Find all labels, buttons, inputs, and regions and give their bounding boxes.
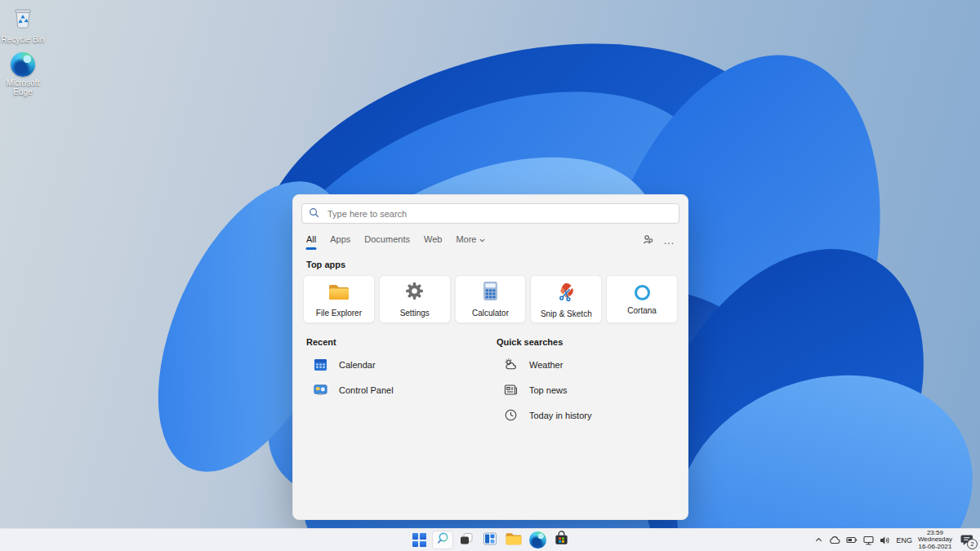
desktop-icon-label: Microsoft Edge [0,78,46,96]
tab-documents[interactable]: Documents [364,234,410,250]
top-apps-tiles: File Explorer Settings [303,275,678,323]
tile-label: Snip & Sketch [541,309,592,318]
task-view-button[interactable] [456,531,477,549]
desktop-icon-recycle-bin[interactable]: Recycle Bin [0,6,46,44]
search-panel: All Apps Documents Web More [292,194,688,520]
recent-item-label: Control Panel [339,385,394,395]
calendar-icon [314,358,327,371]
taskbar-file-explorer-button[interactable] [503,531,524,549]
cortana-icon [635,285,650,300]
taskbar-search-button[interactable] [432,531,453,549]
search-icon [309,207,319,221]
quick-search-label: Top news [529,385,567,395]
file-explorer-icon [505,531,523,549]
tile-file-explorer[interactable]: File Explorer [303,275,375,323]
tile-cortana[interactable]: Cortana [606,275,678,323]
tile-label: Cortana [627,306,657,315]
search-filter-tabs: All Apps Documents Web More [306,234,675,250]
tab-web[interactable]: Web [424,234,442,250]
more-options-icon[interactable]: ... [664,238,675,243]
top-apps-heading: Top apps [306,260,675,269]
notification-badge: 2 [967,539,978,549]
quick-search-weather[interactable]: Weather [497,358,675,371]
taskbar: ENG 23:59 Wednesday 16-06-2021 2 [0,528,980,551]
tab-all[interactable]: All [306,234,316,250]
recycle-bin-icon [11,6,35,33]
clock[interactable]: 23:59 Wednesday 16-06-2021 [918,530,952,551]
network-icon[interactable] [863,535,874,545]
tile-snip-sketch[interactable]: Snip & Sketch [530,275,602,323]
control-panel-icon [314,383,327,397]
recent-item-control-panel[interactable]: Control Panel [306,383,497,397]
tile-calculator[interactable]: Calculator [455,275,527,323]
account-icon[interactable] [643,234,653,247]
quick-search-label: Weather [529,360,563,370]
news-icon [504,383,518,397]
search-box[interactable] [301,203,679,224]
taskbar-search-icon [436,531,450,549]
search-input[interactable] [326,208,672,220]
recent-heading: Recent [306,337,497,347]
quick-search-today-in-history[interactable]: Today in history [497,408,675,422]
edge-icon [11,52,35,77]
snip-sketch-icon [555,281,577,305]
chevron-up-icon[interactable] [814,535,823,544]
history-clock-icon [504,408,518,422]
quick-searches-heading: Quick searches [497,337,675,347]
tab-apps[interactable]: Apps [330,234,350,250]
tab-more[interactable]: More [456,234,485,250]
onedrive-cloud-icon[interactable] [829,535,840,544]
recent-item-label: Calendar [339,360,376,370]
language-indicator[interactable]: ENG [896,536,912,544]
desktop-icon-label: Recycle Bin [2,35,45,44]
quick-search-top-news[interactable]: Top news [497,383,675,397]
calculator-icon [482,281,499,304]
widgets-icon [483,531,497,549]
notification-center-button[interactable]: 2 [958,532,976,549]
chevron-down-icon [479,234,485,244]
store-icon [554,531,569,549]
desktop-icon-microsoft-edge[interactable]: Microsoft Edge [0,52,46,96]
recent-item-calendar[interactable]: Calendar [306,358,497,371]
start-icon [412,533,426,547]
tile-label: Calculator [472,309,509,318]
recent-section: Recent Calendar [306,337,497,422]
speaker-icon[interactable] [880,535,890,545]
clock-date: 16-06-2021 [918,544,952,551]
taskbar-edge-button[interactable] [527,531,548,549]
weather-icon [504,358,518,371]
edge-icon [529,531,546,549]
start-button[interactable] [408,531,430,549]
battery-icon[interactable] [846,535,858,544]
widgets-button[interactable] [479,531,501,549]
file-explorer-icon [327,282,350,304]
task-view-icon [459,531,474,549]
settings-gear-icon [404,281,425,304]
tile-label: File Explorer [316,309,362,318]
quick-search-label: Today in history [529,411,591,420]
tile-settings[interactable]: Settings [379,275,451,323]
tile-label: Settings [400,309,430,318]
microsoft-store-button[interactable] [550,531,572,549]
quick-searches-section: Quick searches Weather [497,337,675,422]
